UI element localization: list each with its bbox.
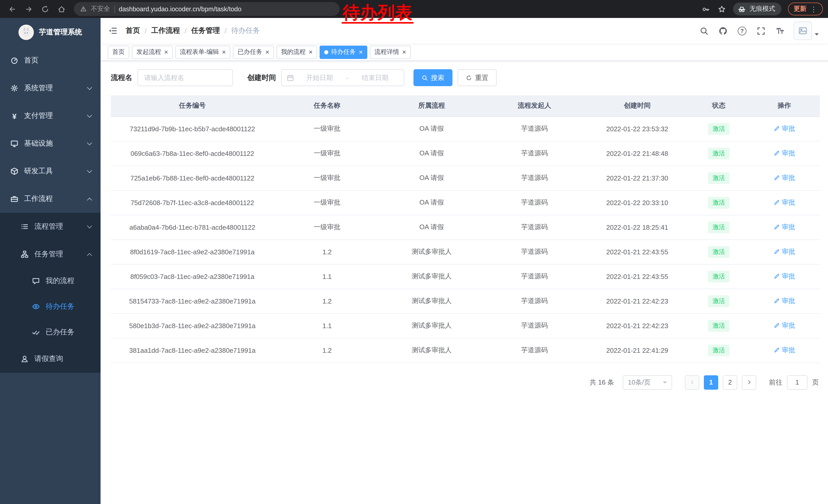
page-button-1[interactable]: 1 bbox=[704, 375, 718, 390]
chevron-up-icon bbox=[87, 253, 92, 258]
sidebar-item-payment[interactable]: ¥ 支付管理 bbox=[0, 102, 100, 130]
status-badge: 激活 bbox=[708, 246, 730, 258]
col-initiator: 流程发起人 bbox=[483, 95, 586, 117]
cell-action: 审批 bbox=[749, 117, 820, 141]
page-size-select[interactable]: 10条/页 bbox=[623, 375, 672, 390]
sidebar-item-done-task[interactable]: 已办任务 bbox=[0, 319, 100, 345]
approve-link[interactable]: 审批 bbox=[774, 198, 795, 207]
close-icon[interactable]: × bbox=[359, 49, 363, 55]
user-menu[interactable] bbox=[794, 21, 819, 40]
cell-created: 2022-01-22 23:53:32 bbox=[586, 117, 689, 141]
breadcrumb-item[interactable]: 任务管理 bbox=[191, 26, 220, 35]
reload-icon[interactable] bbox=[38, 2, 52, 16]
approve-link[interactable]: 审批 bbox=[774, 173, 795, 183]
cell-status: 激活 bbox=[689, 215, 749, 239]
sidebar-item-my-process[interactable]: 我的流程 bbox=[0, 268, 100, 294]
close-icon[interactable]: × bbox=[164, 49, 168, 55]
cell-action: 审批 bbox=[749, 338, 820, 363]
sidebar-item-label: 支付管理 bbox=[24, 111, 53, 121]
bookmark-star-icon[interactable] bbox=[717, 4, 727, 13]
github-icon[interactable] bbox=[715, 22, 732, 40]
table-row: a6aba0a4-7b6d-11ec-b781-acde48001122 一级审… bbox=[111, 215, 820, 239]
edit-pen-icon bbox=[774, 199, 780, 205]
sidebar-item-system[interactable]: 系统管理 bbox=[0, 74, 100, 102]
help-icon[interactable]: ? bbox=[734, 22, 750, 40]
sidebar-item-label: 基础设施 bbox=[24, 139, 53, 148]
goto-page-input[interactable] bbox=[787, 375, 808, 390]
col-created: 创建时间 bbox=[586, 95, 689, 117]
password-key-icon[interactable] bbox=[701, 4, 710, 13]
sidebar-item-workflow[interactable]: 工作流程 bbox=[0, 185, 100, 213]
cell-created: 2022-01-21 22:41:29 bbox=[586, 338, 689, 363]
tab-my-process[interactable]: 我的流程× bbox=[277, 45, 317, 59]
cell-initiator: 芋道源码 bbox=[483, 264, 586, 289]
back-icon[interactable] bbox=[5, 2, 19, 16]
approve-link[interactable]: 审批 bbox=[774, 149, 795, 158]
tab-process-form-edit[interactable]: 流程表单-编辑× bbox=[175, 45, 230, 59]
process-name-input[interactable] bbox=[137, 69, 233, 86]
edit-pen-icon bbox=[774, 347, 780, 353]
next-page-button[interactable] bbox=[742, 375, 756, 390]
sidebar-collapse-icon[interactable] bbox=[100, 26, 125, 35]
tab-process-detail[interactable]: 流程详情× bbox=[370, 45, 411, 59]
status-badge: 激活 bbox=[708, 270, 730, 282]
sidebar-item-process-management[interactable]: 流程管理 bbox=[0, 213, 100, 240]
cell-task-id: 8f0d1619-7ac8-11ec-a9e2-a2380e71991a bbox=[111, 239, 274, 264]
page-button-2[interactable]: 2 bbox=[723, 375, 737, 390]
close-icon[interactable]: × bbox=[265, 49, 269, 55]
sidebar-item-todo-task[interactable]: 待办任务 bbox=[0, 294, 100, 319]
reset-button[interactable]: 重置 bbox=[458, 69, 497, 86]
sidebar-item-leave-query[interactable]: 请假查询 bbox=[0, 345, 100, 373]
more-menu-icon[interactable]: ⋮ bbox=[810, 5, 817, 13]
cell-process: OA 请假 bbox=[380, 117, 483, 141]
table-row: 75d72608-7b7f-11ec-a3c8-acde48001122 一级审… bbox=[111, 190, 820, 215]
screenshot-annotation: 待办列表 bbox=[342, 4, 413, 23]
active-tab-dot bbox=[325, 50, 329, 54]
sidebar-item-infrastructure[interactable]: 基础设施 bbox=[0, 130, 100, 157]
home-icon[interactable] bbox=[54, 2, 69, 16]
sidebar-item-task-management[interactable]: 任务管理 bbox=[0, 240, 100, 268]
approve-link[interactable]: 审批 bbox=[774, 346, 795, 355]
tab-start-process[interactable]: 发起流程× bbox=[132, 45, 173, 59]
tab-todo-task[interactable]: 待办任务× bbox=[320, 45, 367, 59]
address-bar[interactable]: 不安全 dashboard.yudao.iocoder.cn/bpm/task/… bbox=[74, 2, 340, 16]
tab-done-task[interactable]: 已办任务× bbox=[233, 45, 274, 59]
approve-link[interactable]: 审批 bbox=[774, 124, 795, 133]
breadcrumb-item[interactable]: 工作流程 bbox=[151, 26, 180, 35]
sidebar-item-dev-tools[interactable]: 研发工具 bbox=[0, 157, 100, 185]
search-icon[interactable] bbox=[696, 22, 713, 40]
cell-task-id: 381aa1dd-7ac8-11ec-a9e2-a2380e71991a bbox=[111, 338, 274, 363]
table-row: 58154733-7ac8-11ec-a9e2-a2380e71991a 1.2… bbox=[111, 289, 820, 313]
date-range-picker[interactable]: 开始日期 - 结束日期 bbox=[281, 69, 404, 86]
chevron-down-icon bbox=[87, 140, 92, 145]
caret-down-icon bbox=[663, 381, 667, 385]
fullscreen-icon[interactable] bbox=[753, 22, 770, 40]
app-frame: 芋道管理系统 首页 系统管理 ¥ 支付管理 bbox=[0, 18, 828, 504]
font-size-icon[interactable] bbox=[772, 22, 788, 40]
approve-link[interactable]: 审批 bbox=[774, 223, 795, 232]
cell-created: 2022-01-21 22:42:23 bbox=[586, 289, 689, 313]
range-separator: - bbox=[345, 74, 349, 82]
approve-link[interactable]: 审批 bbox=[774, 247, 795, 256]
approve-link[interactable]: 审批 bbox=[774, 296, 795, 306]
cell-task-id: 069c6a63-7b8a-11ec-8ef0-acde48001122 bbox=[111, 141, 274, 166]
close-icon[interactable]: × bbox=[222, 49, 226, 55]
logo[interactable]: 芋道管理系统 bbox=[0, 18, 100, 47]
approve-link[interactable]: 审批 bbox=[774, 272, 795, 281]
close-icon[interactable]: × bbox=[402, 49, 406, 55]
filter-form: 流程名 创建时间 开始日期 - 结束日期 搜索 bbox=[111, 69, 820, 86]
chat-icon bbox=[32, 277, 40, 285]
cell-task-name: 一级审批 bbox=[274, 141, 380, 166]
approve-link-label: 审批 bbox=[782, 346, 795, 355]
forward-icon[interactable] bbox=[22, 2, 36, 16]
close-icon[interactable]: × bbox=[309, 49, 313, 55]
cell-task-id: 725a1eb6-7b88-11ec-8ef0-acde48001122 bbox=[111, 166, 274, 190]
sidebar-item-home[interactable]: 首页 bbox=[0, 47, 100, 74]
approve-link[interactable]: 审批 bbox=[774, 321, 795, 330]
prev-page-button[interactable] bbox=[685, 375, 699, 390]
browser-update-button[interactable]: 更新 ⋮ bbox=[788, 3, 823, 15]
search-button[interactable]: 搜索 bbox=[413, 69, 452, 86]
tab-home[interactable]: 首页 bbox=[108, 45, 129, 59]
gear-icon bbox=[10, 84, 18, 92]
breadcrumb-item[interactable]: 首页 bbox=[126, 26, 140, 35]
